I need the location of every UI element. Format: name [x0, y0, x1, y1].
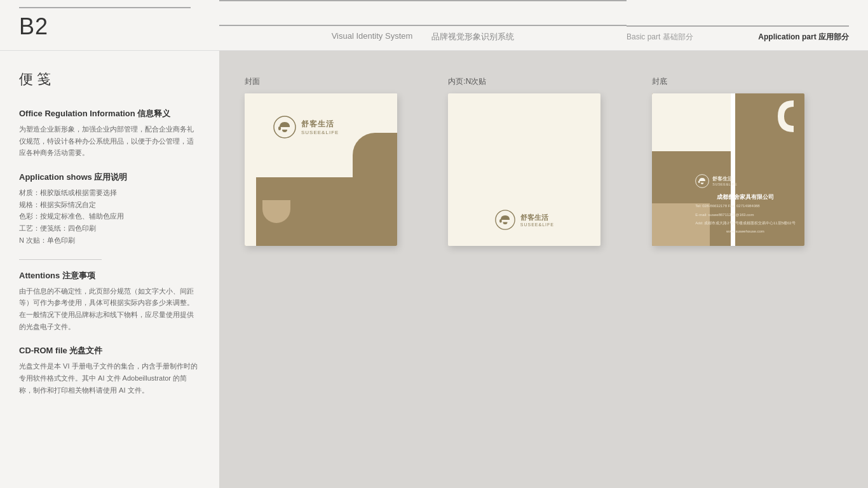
- back-logo-inline: 舒客生活 SUSEE&LIFE: [695, 174, 795, 188]
- website: www.suseehouse.com: [695, 229, 795, 233]
- page-code: B2: [19, 7, 191, 40]
- inner-logo-cn: 舒客生活: [520, 213, 554, 222]
- email: E-mail: susee86711228@163.com: [695, 212, 795, 219]
- text-2: 材质：根胶版纸或根据需要选择 规格：根据实际情况自定 色彩：按规定标准色、辅助色…: [19, 187, 200, 246]
- heading-2: Application shows 应用说明: [19, 172, 200, 183]
- header: B2 Visual Identity System 品牌视觉形象识别系统 Bas…: [0, 0, 868, 51]
- cover-left-strip: [245, 177, 256, 246]
- back-logo-cn: 舒客生活: [712, 175, 737, 182]
- logo-cn: 舒客生活: [301, 119, 339, 130]
- svg-rect-3: [499, 219, 502, 222]
- info-section-3: Attentions 注意事项 由于信息的不确定性，此页部分规范（如文字大小、间…: [19, 270, 200, 333]
- company-name: 成都舒舍家具有限公司: [695, 193, 795, 201]
- back-c-shape-icon: [756, 97, 797, 135]
- left-panel: 便 笺 Office Regulation Information 信息释义 为…: [0, 51, 219, 488]
- info-section-2: Application shows 应用说明 材质：根胶版纸或根据需要选择 规格…: [19, 172, 200, 246]
- info-section-1: Office Regulation Information 信息释义 为塑造企业…: [19, 108, 200, 159]
- cover-logo: 舒客生活 SUSEE&LIFE: [273, 116, 339, 139]
- back-col: 封底: [652, 76, 843, 246]
- cover-label: 封面: [245, 76, 435, 87]
- inner-col: 内页:N次贴 舒客生活 SUSEE&LIFE: [448, 76, 639, 246]
- svg-rect-5: [698, 180, 700, 183]
- back-logo-icon: [695, 174, 709, 188]
- inner-logo-icon: [495, 210, 515, 230]
- back-cream-block: [652, 93, 731, 151]
- back-logo-text: 舒客生活 SUSEE&LIFE: [712, 175, 737, 186]
- heading-3: Attentions 注意事项: [19, 270, 200, 281]
- address: Add: 成都市成大路2号1号楼成都股权交易中心11层5楼02号: [695, 220, 795, 227]
- inner-logo-en: SUSEE&LIFE: [520, 222, 554, 227]
- cover-top: 舒客生活 SUSEE&LIFE: [245, 93, 397, 177]
- divider: [19, 259, 102, 260]
- text-3: 由于信息的不确定性，此页部分规范（如文字大小、间距等）可作为参考使用，具体可根据…: [19, 285, 200, 333]
- heading-4: CD-ROM file 光盘文件: [19, 345, 200, 356]
- logo-text: 舒客生活 SUSEE&LIFE: [301, 119, 339, 135]
- header-right: Basic part 基础部分 Application part 应用部分: [627, 0, 868, 50]
- logo-icon: [273, 116, 296, 139]
- back-label: 封底: [652, 76, 843, 87]
- inner-logo: 舒客生活 SUSEE&LIFE: [495, 210, 554, 230]
- section-title: 便 笺: [19, 70, 200, 89]
- inner-card: 舒客生活 SUSEE&LIFE: [448, 93, 600, 246]
- mockup-area: 封面 舒客生活: [245, 70, 843, 469]
- right-panel: 封面 舒客生活: [219, 51, 868, 488]
- cover-corner-shape: [353, 133, 397, 177]
- heading-1: Office Regulation Information 信息释义: [19, 108, 200, 119]
- inner-label: 内页:N次贴: [448, 76, 639, 87]
- logo-en: SUSEE&LIFE: [301, 130, 339, 135]
- nav-basic: Basic part 基础部分: [627, 32, 693, 43]
- header-center: Visual Identity System 品牌视觉形象识别系统: [219, 0, 627, 50]
- main-area: 便 笺 Office Regulation Information 信息释义 为…: [0, 51, 868, 488]
- vi-label: Visual Identity System: [332, 31, 413, 43]
- back-logo-en: SUSEE&LIFE: [712, 182, 737, 186]
- tel: Tel: 028-86632178 Fax: 02714984088: [695, 203, 795, 210]
- back-card: 舒客生活 SUSEE&LIFE 成都舒舍家具有限公司 Tel: 028-8663…: [652, 93, 804, 246]
- inner-logo-text: 舒客生活 SUSEE&LIFE: [520, 213, 554, 227]
- nav-application: Application part 应用部分: [758, 32, 849, 43]
- vi-cn: 品牌视觉形象识别系统: [431, 31, 514, 43]
- header-left: B2: [0, 0, 219, 50]
- text-4: 光盘文件是本 VI 手册电子文件的集合，内含手册制作时的专用软件格式文件。其中 …: [19, 360, 200, 396]
- cover-card: 舒客生活 SUSEE&LIFE: [245, 93, 397, 246]
- back-info-area: 舒客生活 SUSEE&LIFE 成都舒舍家具有限公司 Tel: 028-8663…: [695, 174, 795, 233]
- cover-notch: [262, 200, 290, 223]
- svg-rect-1: [278, 126, 281, 130]
- text-1: 为塑造企业新形象，加强企业内部管理，配合企业商务礼仪规范，特设计各种办公系统用品…: [19, 123, 200, 159]
- cover-bottom: [245, 177, 397, 246]
- info-section-4: CD-ROM file 光盘文件 光盘文件是本 VI 手册电子文件的集合，内含手…: [19, 345, 200, 396]
- cover-col: 封面 舒客生活: [245, 76, 435, 246]
